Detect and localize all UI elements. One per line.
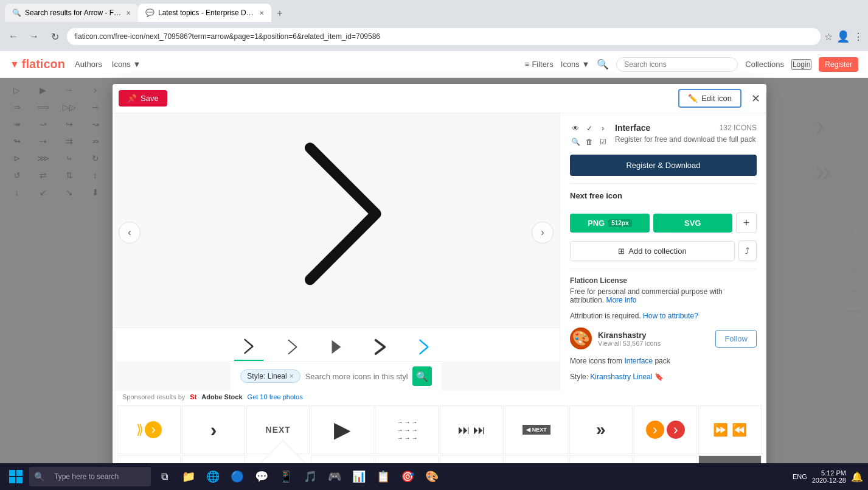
whatsapp-icon[interactable]: 📱	[275, 466, 297, 488]
thumb-7[interactable]: ◀NEXT	[505, 405, 568, 454]
style-tag-remove[interactable]: ×	[290, 372, 294, 380]
prev-icon-btn[interactable]: ‹	[119, 222, 141, 243]
powerpoint-icon[interactable]: 📋	[372, 466, 394, 488]
nav-authors[interactable]: Authors	[75, 60, 102, 69]
flaticon-logo-icon: ▼ flaticon	[10, 57, 65, 71]
skype-icon[interactable]: 💬	[251, 466, 273, 488]
lang-indicator: ENG	[793, 473, 807, 480]
forward-btn[interactable]: →	[26, 28, 43, 45]
author-avatar: 🎨	[570, 327, 592, 349]
variant-bold[interactable]	[366, 336, 395, 360]
free-photos-link[interactable]: Get 10 free photos	[248, 393, 303, 401]
thumb-1[interactable]: ⟫ ›	[117, 405, 181, 454]
register-download-btn[interactable]: Register & Download	[570, 155, 757, 176]
interface-pack-link[interactable]: Interface	[624, 357, 653, 365]
filters-btn[interactable]: ≡ Filters	[525, 60, 554, 69]
main-chevron-svg	[269, 141, 403, 299]
nav-icons[interactable]: Icons ▼	[112, 60, 141, 69]
thumb-10[interactable]: ⏩ ⏪	[698, 405, 762, 454]
register-btn[interactable]: Register	[819, 57, 858, 72]
search-style-icon: 🔍	[416, 371, 428, 382]
icons-btn[interactable]: Icons ▼	[561, 60, 590, 69]
thumb-8[interactable]: »	[569, 405, 633, 454]
follow-button[interactable]: Follow	[715, 330, 757, 348]
adobe-stock-logo: St	[190, 393, 196, 401]
thumb-9[interactable]: › ›	[634, 405, 697, 454]
divider-2	[570, 268, 757, 269]
refresh-btn[interactable]: ↻	[46, 28, 63, 45]
task-view-btn[interactable]: ⧉	[153, 466, 175, 488]
menu-icon[interactable]: ⋮	[853, 31, 863, 43]
variant-fill[interactable]	[322, 336, 351, 360]
icon-modal: 📌 Save ✏️ Edit icon ✕ ‹	[113, 84, 766, 490]
next-icon-btn[interactable]: ›	[532, 222, 554, 243]
svg-rect-1	[9, 470, 15, 476]
notification-icon[interactable]: 🔔	[851, 471, 863, 483]
edit-icon-button[interactable]: ✏️ Edit icon	[678, 89, 741, 108]
thumb-2[interactable]: ›	[182, 405, 245, 454]
tab-1-close[interactable]: ✕	[126, 10, 131, 16]
pack-icon-check2: ☑	[597, 136, 608, 147]
address-bar[interactable]	[67, 28, 821, 45]
close-modal-button[interactable]: ✕	[751, 92, 760, 105]
tab-1[interactable]: 🔍 Search results for Arrow - Flatico... …	[5, 4, 138, 22]
thumb-6[interactable]: ⏭ ⏭	[440, 405, 503, 454]
icon-variants-bar	[113, 327, 560, 361]
variant-fill-icon	[328, 338, 345, 355]
tab-2-close[interactable]: ✕	[259, 10, 264, 16]
collection-row: ⊞ Add to collection ⤴	[570, 240, 757, 261]
pack-header: 👁 ✓ › 🔍 🗑 ☑ Interface 132 ICONS	[570, 123, 757, 147]
variant-outline[interactable]	[278, 336, 307, 360]
modal-top-bar: 📌 Save ✏️ Edit icon ✕	[113, 84, 766, 113]
nav-controls: ← → ↻	[5, 28, 63, 45]
file-explorer-icon[interactable]: 📁	[178, 466, 200, 488]
app6-icon[interactable]: 🎮	[324, 466, 345, 488]
search-style-input[interactable]	[305, 372, 408, 381]
start-button[interactable]	[5, 466, 27, 488]
variant-lineal[interactable]	[234, 335, 263, 361]
app9-icon[interactable]: 🎯	[397, 466, 418, 488]
login-btn[interactable]: Login	[791, 59, 811, 70]
windows-logo-icon	[9, 469, 23, 484]
spotify-icon[interactable]: 🎵	[299, 466, 321, 488]
variant-color[interactable]	[409, 336, 439, 360]
pack-icon-trash: 🗑	[584, 136, 595, 147]
search-style-button[interactable]: 🔍	[412, 366, 432, 386]
svg-download-btn[interactable]: SVG	[653, 214, 733, 233]
save-button[interactable]: 📌 Save	[119, 90, 167, 107]
thumb-4[interactable]: ▶	[311, 405, 374, 454]
excel-icon[interactable]: 📊	[348, 466, 370, 488]
thumb-5[interactable]: →→→ →→→ →→→	[375, 405, 439, 454]
back-btn[interactable]: ←	[5, 28, 22, 45]
taskbar-search-input[interactable]	[48, 470, 145, 483]
clock-time: 5:12 PM	[812, 469, 846, 477]
app10-icon[interactable]: 🎨	[421, 466, 443, 488]
svg-rect-2	[16, 470, 23, 476]
main-area: ▼ flaticon Authors Icons ▼ ≡ Filters Ico…	[0, 51, 868, 463]
share-btn[interactable]: ⤴	[738, 240, 757, 261]
chrome-icon[interactable]: 🔵	[226, 466, 248, 488]
header-right: ≡ Filters Icons ▼ 🔍 Collections Login Re…	[525, 57, 858, 72]
tab-2[interactable]: 💬 Latest topics - Enterprise DNA F... ✕	[138, 4, 271, 22]
collection-icon: ⊞	[618, 247, 625, 256]
how-to-attribute-link[interactable]: How to attribute?	[643, 312, 698, 320]
profile-icon[interactable]: 👤	[836, 30, 850, 43]
png-download-btn[interactable]: PNG 512px	[570, 214, 650, 233]
author-info: Kiranshastry View all 53,567 icons	[598, 331, 709, 347]
sponsored-bar: Sponsored results by St Adobe Stock Get …	[113, 391, 766, 403]
search-input[interactable]	[616, 57, 738, 72]
taskbar-search[interactable]: 🔍	[29, 467, 151, 486]
license-section: Flaticon License Free for personal and c…	[570, 276, 757, 304]
bookmark-icon[interactable]: ☆	[824, 31, 833, 43]
more-info-link[interactable]: More info	[606, 296, 636, 304]
size-badge: 512px	[608, 219, 631, 227]
pack-info: Interface 132 ICONS Register for free an…	[615, 123, 757, 144]
new-tab-btn[interactable]: +	[271, 5, 288, 22]
format-plus-btn[interactable]: +	[736, 212, 757, 233]
collections-btn[interactable]: Collections	[745, 60, 784, 69]
style-link[interactable]: Kiranshastry Lineal	[590, 373, 652, 381]
right-panel: 👁 ✓ › 🔍 🗑 ☑ Interface 132 ICONS	[560, 113, 766, 391]
add-to-collection-btn[interactable]: ⊞ Add to collection	[570, 241, 735, 261]
edge-icon[interactable]: 🌐	[202, 466, 224, 488]
pack-icon-arrow: ›	[597, 123, 608, 134]
